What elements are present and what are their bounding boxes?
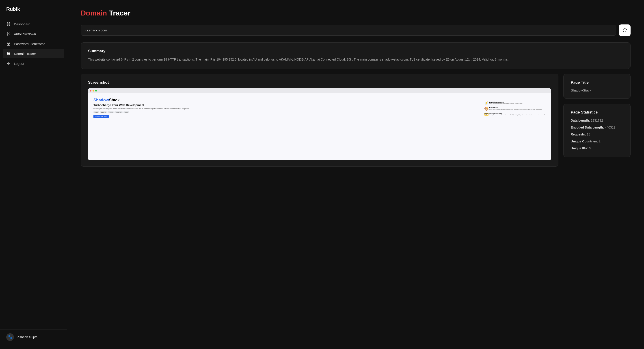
- sidebar-item-label: Domain Tracer: [14, 52, 36, 56]
- sidebar: Rubik Dashboard: [0, 0, 67, 349]
- sidebar-item-dashboard[interactable]: Dashboard: [3, 19, 64, 29]
- search-input-wrapper[interactable]: ui.shadcn.com: [81, 25, 616, 36]
- stat-label: Requests:: [571, 133, 586, 136]
- stat-label: Encoded Data Length:: [571, 126, 604, 129]
- search-input[interactable]: ui.shadcn.com: [85, 28, 612, 32]
- stat-label: Unique Countries:: [571, 140, 598, 143]
- main-content: Domain Tracer ui.shadcn.com Summary This…: [67, 0, 644, 349]
- screenshot-image: ShadowStack Turbocharge Your Web Develop…: [88, 88, 551, 160]
- stat-encoded-data-length: Encoded Data Length: 440312: [571, 125, 623, 130]
- stat-value: 2: [599, 140, 600, 143]
- svg-line-7: [9, 34, 10, 35]
- scissors-icon: [6, 32, 11, 36]
- stat-value: 440312: [605, 126, 615, 129]
- summary-text: This website contacted 6 IPs in 2 countr…: [88, 57, 623, 62]
- page-title-white: Tracer: [107, 9, 130, 17]
- screenshot-card: Screenshot ShadowStack Turbocharge Your …: [81, 74, 558, 167]
- refresh-icon: [622, 28, 627, 33]
- stat-value: 6: [589, 146, 591, 150]
- stat-value: 18: [587, 133, 590, 136]
- page-title: Domain Tracer: [81, 9, 630, 17]
- search-bar: ui.shadcn.com: [81, 25, 630, 36]
- sidebar-item-label: AutoTakedown: [14, 32, 36, 36]
- svg-line-12: [9, 54, 10, 55]
- stat-unique-countries: Unique Countries: 2: [571, 139, 623, 144]
- two-col-section: Screenshot ShadowStack Turbocharge Your …: [81, 74, 630, 167]
- summary-card: Summary This website contacted 6 IPs in …: [81, 42, 630, 69]
- sidebar-item-logout[interactable]: Logout: [3, 59, 64, 68]
- sidebar-item-label: Password Generator: [14, 42, 45, 46]
- sidebar-item-autotakedown[interactable]: AutoTakedown: [3, 29, 64, 39]
- stat-label: Unique IPs:: [571, 146, 588, 150]
- search-globe-icon: [6, 51, 11, 56]
- grid-icon: [6, 22, 11, 26]
- svg-point-5: [7, 34, 8, 36]
- app-logo: Rubik: [0, 6, 67, 19]
- sidebar-item-domain-tracer[interactable]: Domain Tracer: [3, 49, 64, 58]
- search-button[interactable]: [619, 25, 630, 36]
- svg-rect-0: [7, 23, 8, 24]
- page-title-value: ShadowStack: [571, 88, 623, 92]
- page-title-red: Domain: [81, 9, 107, 17]
- lock-icon: [6, 42, 11, 46]
- right-column: Page Title ShadowStack Page Statistics D…: [563, 74, 630, 167]
- stat-label: Data Length:: [571, 119, 590, 122]
- page-title-card: Page Title ShadowStack: [563, 74, 630, 99]
- sidebar-item-label: Dashboard: [14, 22, 30, 26]
- stat-requests: Requests: 18: [571, 132, 623, 137]
- page-stats-title: Page Statistics: [571, 110, 623, 115]
- user-name: Rishabh Gupta: [16, 335, 38, 339]
- page-title-section-title: Page Title: [571, 80, 623, 85]
- stat-unique-ips: Unique IPs: 6: [571, 146, 623, 151]
- stat-value: 1331792: [591, 119, 603, 122]
- arrow-left-icon: [6, 61, 11, 66]
- summary-title: Summary: [88, 49, 623, 53]
- svg-point-4: [7, 32, 8, 34]
- avatar: 🐾: [6, 333, 14, 341]
- svg-rect-3: [9, 25, 10, 26]
- sidebar-item-label: Logout: [14, 62, 24, 66]
- sidebar-footer: 🐾 Rishabh Gupta: [0, 329, 67, 344]
- stats-list: Data Length: 1331792 Encoded Data Length…: [571, 118, 623, 151]
- svg-rect-1: [9, 23, 10, 24]
- svg-point-10: [8, 44, 9, 45]
- page-stats-card: Page Statistics Data Length: 1331792 Enc…: [563, 104, 630, 157]
- stat-data-length: Data Length: 1331792: [571, 118, 623, 123]
- sidebar-item-password-generator[interactable]: Password Generator: [3, 39, 64, 49]
- screenshot-title: Screenshot: [88, 80, 551, 85]
- svg-line-8: [8, 33, 8, 34]
- sidebar-nav: Dashboard AutoTakedown: [0, 19, 67, 327]
- svg-rect-2: [7, 25, 8, 26]
